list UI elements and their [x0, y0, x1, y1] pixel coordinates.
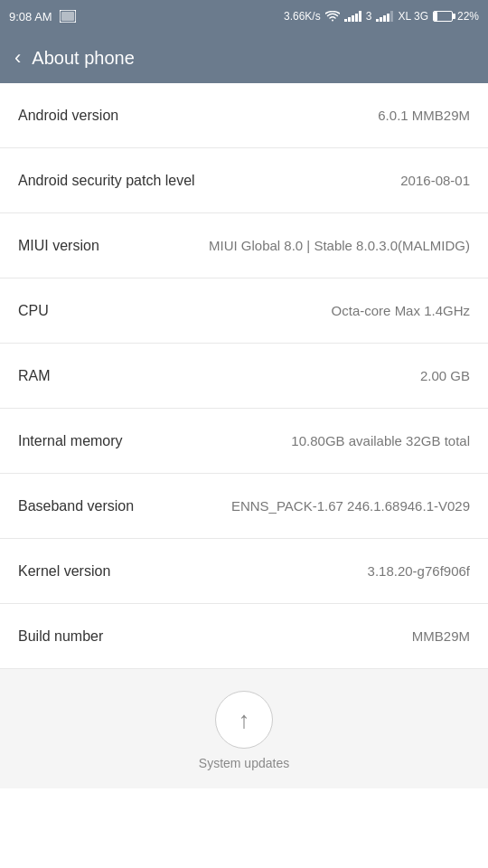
system-updates-button[interactable]: ↑ — [215, 691, 273, 749]
table-row[interactable]: Baseband versionENNS_PACK-1.67 246.1.689… — [0, 474, 488, 539]
row-label: MIUI version — [18, 238, 99, 254]
row-value: 2.00 GB — [51, 366, 470, 385]
row-label: Baseband version — [18, 498, 134, 514]
status-left: 9:08 AM — [9, 10, 76, 24]
status-right: 3.66K/s 3 XL 3G — [284, 10, 479, 23]
row-label: RAM — [18, 368, 51, 384]
row-value: MMB29M — [103, 627, 470, 646]
back-button[interactable]: ‹ — [14, 48, 21, 68]
row-label: Build number — [18, 628, 103, 645]
battery-percent: 22% — [457, 10, 479, 23]
app-icon — [60, 10, 76, 23]
row-value: 6.0.1 MMB29M — [118, 106, 470, 125]
row-label: Internal memory — [18, 433, 123, 449]
table-row[interactable]: Kernel version3.18.20-g76f906f — [0, 539, 488, 604]
table-row[interactable]: MIUI versionMIUI Global 8.0 | Stable 8.0… — [0, 213, 488, 278]
row-label: Android security patch level — [18, 173, 195, 189]
network1-label: 3 — [366, 10, 372, 23]
table-row[interactable]: Internal memory10.80GB available 32GB to… — [0, 409, 488, 474]
status-speed: 3.66K/s — [284, 10, 321, 23]
row-value: 2016-08-01 — [195, 171, 470, 190]
content-area: Android version6.0.1 MMB29MAndroid secur… — [0, 83, 488, 868]
page-title: About phone — [32, 48, 134, 69]
row-value: 10.80GB available 32GB total — [123, 431, 470, 450]
svg-rect-1 — [61, 12, 74, 21]
status-time: 9:08 AM — [9, 10, 52, 24]
status-bar: 9:08 AM 3.66K/s 3 — [0, 0, 488, 33]
signal-bars-1 — [344, 11, 361, 22]
row-label: Android version — [18, 108, 118, 124]
row-value: ENNS_PACK-1.67 246.1.68946.1-V029 — [134, 496, 470, 515]
table-row[interactable]: CPUOcta-core Max 1.4GHz — [0, 278, 488, 344]
row-value: MIUI Global 8.0 | Stable 8.0.3.0(MALMIDG… — [99, 236, 470, 255]
row-label: Kernel version — [18, 563, 110, 580]
row-value: Octa-core Max 1.4GHz — [49, 301, 470, 320]
battery-icon — [433, 11, 453, 22]
row-value: 3.18.20-g76f906f — [110, 561, 470, 580]
row-label: CPU — [18, 303, 49, 319]
table-row[interactable]: Build numberMMB29M — [0, 604, 488, 669]
signal-bars-2 — [376, 11, 393, 22]
system-updates-section: ↑ System updates — [0, 669, 488, 788]
table-row[interactable]: Android version6.0.1 MMB29M — [0, 83, 488, 148]
info-rows: Android version6.0.1 MMB29MAndroid secur… — [0, 83, 488, 669]
upload-icon: ↑ — [239, 708, 250, 731]
system-updates-label: System updates — [199, 756, 289, 770]
wifi-icon — [325, 11, 340, 23]
network2-label: XL 3G — [398, 10, 428, 23]
table-row[interactable]: RAM2.00 GB — [0, 344, 488, 409]
header: ‹ About phone — [0, 33, 488, 83]
table-row[interactable]: Android security patch level2016-08-01 — [0, 148, 488, 213]
